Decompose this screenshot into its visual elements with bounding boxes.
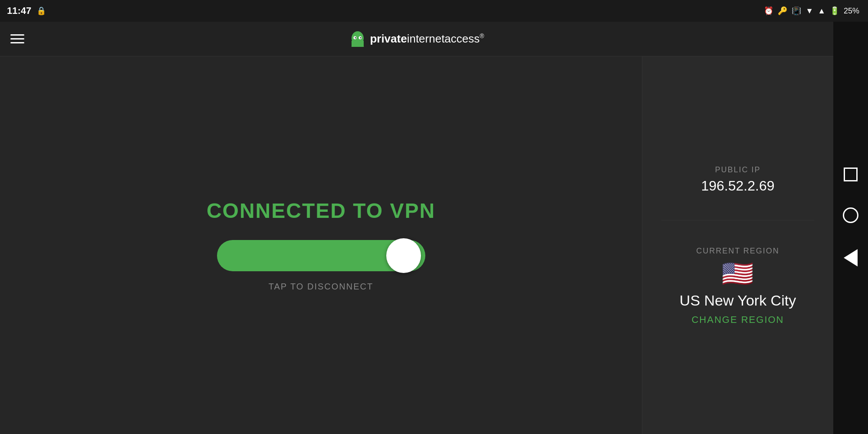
alarm-icon: ⏰ — [764, 6, 773, 16]
status-time: 11:47 — [7, 5, 31, 16]
nav-square-button[interactable] — [844, 168, 858, 181]
public-ip-value: 196.52.2.69 — [701, 178, 774, 194]
public-ip-label: PUBLIC IP — [715, 165, 760, 174]
hamburger-line-2 — [10, 38, 24, 39]
logo-registered: ® — [480, 33, 484, 39]
right-panel: PUBLIC IP 196.52.2.69 CURRENT REGION 🇺🇸 … — [642, 56, 833, 434]
panel-divider — [661, 220, 814, 220]
status-bar-right: ⏰ 🔑 📳 ▼ ▲ 🔋 25% — [764, 6, 859, 16]
change-region-button[interactable]: CHANGE REGION — [691, 314, 784, 326]
svg-point-4 — [355, 37, 356, 38]
nav-home-button[interactable] — [843, 207, 858, 223]
status-bar-left: 11:47 🔒 — [7, 5, 46, 16]
battery-icon: 🔋 — [830, 6, 839, 16]
nav-back-button[interactable] — [844, 249, 858, 266]
region-block: CURRENT REGION 🇺🇸 US New York City CHANG… — [680, 247, 796, 326]
lock-icon: 🔒 — [36, 6, 46, 16]
android-nav-sidebar — [833, 0, 868, 434]
hamburger-menu[interactable] — [10, 34, 24, 43]
left-panel: CONNECTED TO VPN TAP TO DISCONNECT — [0, 56, 642, 434]
toggle-thumb — [386, 238, 421, 273]
toggle-container: TAP TO DISCONNECT — [217, 240, 425, 292]
public-ip-block: PUBLIC IP 196.52.2.69 — [701, 165, 774, 194]
hamburger-line-3 — [10, 42, 24, 43]
wifi-icon: ▼ — [806, 7, 813, 16]
key-icon: 🔑 — [778, 6, 787, 16]
region-name: US New York City — [680, 292, 796, 309]
hamburger-line-1 — [10, 34, 24, 36]
logo-text: privateinternetaccess® — [370, 32, 484, 46]
signal-icon: ▲ — [818, 7, 825, 16]
logo-ghost-icon — [349, 30, 366, 48]
logo-light-text: internetaccess — [407, 32, 480, 45]
svg-point-5 — [360, 37, 362, 38]
main-content: CONNECTED TO VPN TAP TO DISCONNECT PUBLI… — [0, 56, 833, 434]
header: privateinternetaccess® — [0, 22, 833, 56]
vibrate-icon: 📳 — [792, 6, 801, 16]
status-bar: 11:47 🔒 ⏰ 🔑 📳 ▼ ▲ 🔋 25% — [0, 0, 868, 22]
vpn-status: CONNECTED TO VPN — [207, 199, 435, 223]
tap-to-disconnect-label[interactable]: TAP TO DISCONNECT — [269, 282, 373, 292]
region-flag: 🇺🇸 — [721, 261, 754, 287]
logo-bold-text: private — [370, 32, 407, 45]
vpn-toggle[interactable] — [217, 240, 425, 271]
battery-percentage: 25% — [844, 7, 859, 16]
logo-container: privateinternetaccess® — [349, 30, 484, 48]
current-region-label: CURRENT REGION — [696, 247, 779, 256]
